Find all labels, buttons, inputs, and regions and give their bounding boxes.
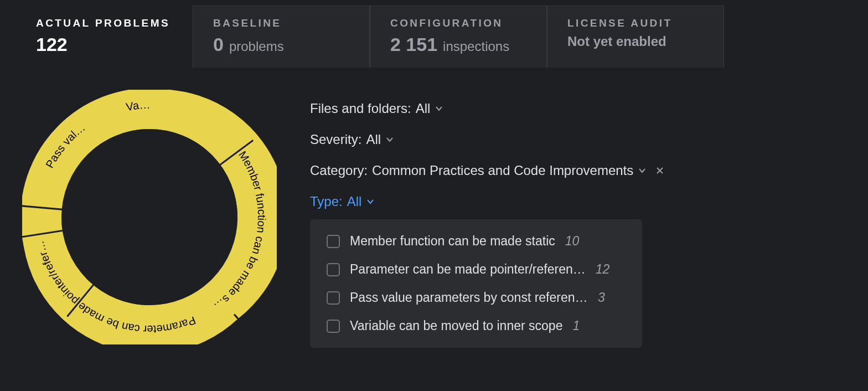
- type-option[interactable]: Variable can be moved to inner scope 1: [310, 312, 642, 340]
- type-dropdown-list: Member function can be made static 10 Pa…: [310, 219, 642, 348]
- type-option-count: 3: [598, 290, 605, 305]
- checkbox[interactable]: [327, 235, 340, 248]
- tab-value: 122: [36, 34, 68, 55]
- tab-label: Actual problems: [36, 17, 172, 29]
- tab-configuration[interactable]: Configuration 2 151 inspections: [370, 6, 547, 68]
- checkbox[interactable]: [327, 263, 340, 276]
- type-option[interactable]: Parameter can be made pointer/referen… 1…: [310, 255, 642, 284]
- type-option-label: Parameter can be made pointer/referen…: [350, 262, 586, 277]
- filter-value: All: [366, 132, 381, 147]
- close-icon[interactable]: [655, 166, 664, 175]
- filter-value: All: [416, 101, 431, 116]
- filter-label: Type:: [310, 194, 343, 209]
- tab-value: 0: [213, 34, 224, 55]
- chevron-down-icon: [385, 135, 394, 144]
- tab-actual-problems[interactable]: Actual problems 122: [16, 6, 193, 68]
- tab-label: License audit: [567, 17, 704, 29]
- filter-label: Severity:: [310, 132, 361, 147]
- type-option-count: 10: [565, 234, 580, 249]
- chevron-down-icon: [435, 104, 443, 113]
- filter-value: Common Practices and Code Improvements: [372, 163, 633, 178]
- chevron-down-icon: [366, 197, 375, 206]
- type-option[interactable]: Member function can be made static 10: [310, 227, 642, 255]
- type-filter[interactable]: Type: All: [310, 194, 664, 209]
- type-option[interactable]: Pass value parameters by const reference…: [310, 284, 642, 312]
- type-option-label: Variable can be moved to inner scope: [350, 318, 562, 333]
- sunburst-chart[interactable]: [data-name="segment-gap"]{display:none}: [22, 90, 277, 344]
- category-filter[interactable]: Category: Common Practices and Code Impr…: [310, 163, 664, 178]
- tab-unit: problems: [229, 39, 284, 54]
- type-option-count: 12: [596, 262, 610, 277]
- type-option-count: 1: [572, 318, 580, 333]
- filter-label: Files and folders:: [310, 101, 411, 116]
- chevron-down-icon: [638, 166, 647, 175]
- tab-license-audit[interactable]: License audit Not yet enabled: [547, 6, 724, 68]
- checkbox[interactable]: [327, 320, 340, 333]
- filter-value: All: [347, 194, 362, 209]
- svg-point-5: [61, 129, 237, 305]
- filter-label: Category:: [310, 163, 368, 178]
- type-option-label: Pass value parameters by const reference: [350, 290, 588, 305]
- severity-filter[interactable]: Severity: All: [310, 132, 664, 147]
- tab-unit: inspections: [443, 39, 509, 54]
- tabs-bar: Actual problems 122 Baseline 0 problems …: [0, 0, 868, 68]
- files-folders-filter[interactable]: Files and folders: All: [310, 101, 664, 116]
- tab-baseline[interactable]: Baseline 0 problems: [193, 6, 370, 68]
- tab-label: Configuration: [390, 17, 526, 29]
- filters-panel: Files and folders: All Severity: All Cat…: [310, 90, 664, 348]
- checkbox[interactable]: [327, 291, 340, 305]
- tab-status: Not yet enabled: [567, 34, 704, 49]
- type-option-label: Member function can be made static: [350, 234, 555, 249]
- tab-value: 2 151: [390, 34, 437, 55]
- tab-label: Baseline: [213, 17, 349, 29]
